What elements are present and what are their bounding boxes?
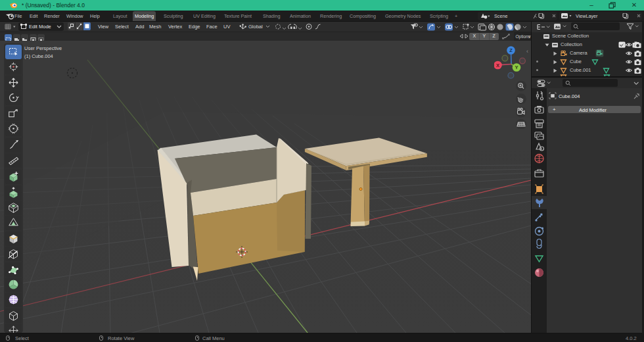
svg-text:Y: Y <box>515 64 518 70</box>
svg-text:Z: Z <box>509 47 513 53</box>
svg-text:X: X <box>496 62 499 68</box>
